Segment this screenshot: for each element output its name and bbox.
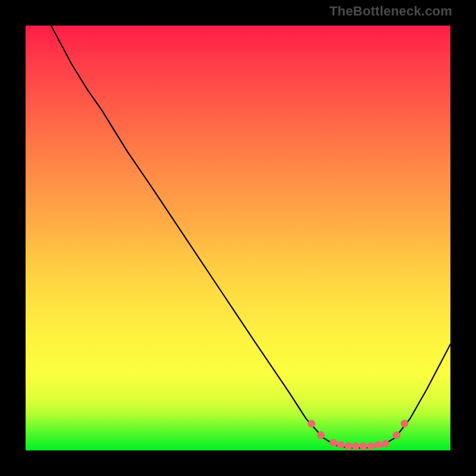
watermark-text: TheBottleneck.com — [330, 4, 452, 19]
background-gradient — [26, 26, 450, 450]
chart-frame: TheBottleneck.com — [0, 0, 476, 476]
plot-area — [26, 26, 450, 450]
